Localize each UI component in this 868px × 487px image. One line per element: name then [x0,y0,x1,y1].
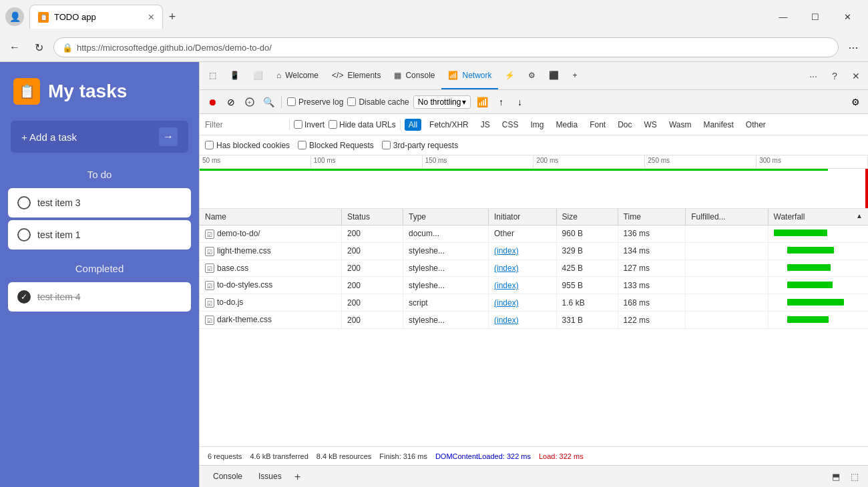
new-tab-button[interactable]: + [163,7,182,26]
initiator-link[interactable]: (index) [494,281,519,290]
table-row[interactable]: ☑demo-to-do/ 200 docum... Other 960 B 13… [200,225,868,243]
table-row[interactable]: ☑base.css 200 styleshe... (index) 425 B … [200,260,868,277]
cell-initiator[interactable]: (index) [489,260,557,277]
third-party-input[interactable] [382,141,391,149]
todo-item[interactable]: test item 3 [8,188,191,217]
address-input[interactable]: 🔒 https://microsoftedge.github.io/Demos/… [53,37,839,57]
devtools-tab-screencast[interactable]: ⬜ [246,62,270,89]
undock-icon[interactable]: ⬚ [847,469,863,485]
completed-todo-item[interactable]: ✓ test item 4 [8,282,191,312]
devtools-tab-settings-gear[interactable]: ⚙ [521,62,542,89]
browser-tab[interactable]: 📋 TODO app × [29,5,163,29]
devtools-tab-network[interactable]: 📶 Network [441,62,498,89]
tab-close-button[interactable]: × [148,11,154,23]
has-blocked-cookies-input[interactable] [205,141,214,149]
initiator-link[interactable]: (index) [494,298,519,308]
table-row[interactable]: ☑to-do-styles.css 200 styleshe... (index… [200,277,868,294]
bottom-tab-issues[interactable]: Issues [250,468,290,486]
preserve-log-input[interactable] [287,97,296,106]
col-header-size[interactable]: Size [556,209,618,225]
filter-type-css[interactable]: CSS [498,119,523,131]
has-blocked-cookies-checkbox[interactable]: Has blocked cookies [205,141,290,150]
devtools-tab-inspect[interactable]: ⬚ [202,62,223,89]
record-button[interactable]: ⏺ [205,95,220,109]
cell-initiator[interactable]: (index) [489,277,557,294]
invert-checkbox[interactable]: Invert [294,120,324,129]
devtools-tab-performance[interactable]: ⚡ [498,62,521,89]
initiator-link[interactable]: (index) [494,264,519,273]
filter-type-media[interactable]: Media [552,119,582,131]
filter-type-img[interactable]: Img [526,119,548,131]
search-button[interactable]: 🔍 [261,95,276,109]
preserve-log-checkbox[interactable]: Preserve log [287,97,343,107]
minimize-button[interactable]: — [768,6,799,27]
cell-initiator[interactable]: (index) [489,294,557,312]
col-header-waterfall[interactable]: Waterfall ▲ [768,209,868,225]
col-header-initiator[interactable]: Initiator [489,209,557,225]
close-button[interactable]: ✕ [832,6,863,27]
wifi-icon[interactable]: 📶 [475,95,489,109]
add-task-button[interactable]: + Add a task → [11,121,188,153]
filter-type-other[interactable]: Other [742,119,770,131]
filter-type-wasm[interactable]: Wasm [665,119,696,131]
upload-icon[interactable]: ↑ [493,95,508,109]
table-row[interactable]: ☑light-theme.css 200 styleshe... (index)… [200,242,868,260]
blocked-requests-input[interactable] [298,141,306,149]
devtools-tab-add[interactable]: + [566,62,584,89]
filter-type-font[interactable]: Font [586,119,610,131]
filter-type-manifest[interactable]: Manifest [699,119,737,131]
todo-checkbox-1[interactable] [17,196,31,209]
table-row[interactable]: ☑to-do.js 200 script (index) 1.6 kB 168 … [200,294,868,312]
cell-waterfall [768,294,868,312]
col-header-name[interactable]: Name [200,209,341,225]
profile-icon[interactable]: 👤 [5,7,24,26]
devtools-tab-device[interactable]: 📱 [223,62,246,89]
hide-data-urls-checkbox[interactable]: Hide data URLs [329,120,396,129]
cell-initiator[interactable]: (index) [489,242,557,260]
todo-checkbox-2[interactable] [17,228,31,241]
waterfall-bar [787,264,831,271]
blocked-requests-checkbox[interactable]: Blocked Requests [298,141,374,150]
disable-cache-input[interactable] [347,97,356,106]
col-header-time[interactable]: Time [618,209,686,225]
devtools-more-button[interactable]: ··· [804,67,823,85]
invert-input[interactable] [294,120,302,129]
disable-cache-checkbox[interactable]: Disable cache [347,97,409,107]
bottom-tab-console[interactable]: Console [205,468,250,486]
filter-input[interactable] [205,120,285,129]
throttle-select[interactable]: No throttling ▾ [413,95,471,109]
devtools-tab-layers[interactable]: ⬛ [542,62,566,89]
filter-type-fetchxhr[interactable]: Fetch/XHR [425,119,473,131]
network-settings-button[interactable]: ⚙ [848,95,863,109]
table-row[interactable]: ☑dark-theme.css 200 styleshe... (index) … [200,312,868,329]
devtools-tab-elements[interactable]: </> Elements [325,62,387,89]
filter-requests-button[interactable]: + [242,95,257,109]
col-header-type[interactable]: Type [403,209,488,225]
download-icon[interactable]: ↓ [512,95,527,109]
browser-more-button[interactable]: ··· [844,38,863,57]
devtools-help-button[interactable]: ? [825,67,844,85]
maximize-button[interactable]: ☐ [800,6,831,27]
col-header-fulfilled[interactable]: Fulfilled... [686,209,768,225]
clear-button[interactable]: ⊘ [224,95,238,109]
initiator-link[interactable]: (index) [494,316,519,325]
filter-type-doc[interactable]: Doc [614,119,636,131]
address-text[interactable]: https://microsoftedge.github.io/Demos/de… [77,43,272,53]
bottom-tab-add-button[interactable]: + [290,469,306,485]
initiator-link[interactable]: (index) [494,246,519,256]
devtools-tab-welcome[interactable]: ⌂ Welcome [270,62,325,89]
cell-initiator[interactable]: (index) [489,312,557,329]
col-header-status[interactable]: Status [341,209,403,225]
dock-icon[interactable]: ⬒ [828,469,844,485]
filter-type-all[interactable]: All [405,119,421,131]
devtools-tab-console[interactable]: ▦ Console [387,62,441,89]
devtools-close-button[interactable]: ✕ [847,67,865,85]
todo-item[interactable]: test item 1 [8,220,191,250]
hide-data-urls-input[interactable] [329,120,337,129]
todo-checkbox-completed-1[interactable]: ✓ [17,290,31,304]
filter-type-js[interactable]: JS [477,119,494,131]
third-party-checkbox[interactable]: 3rd-party requests [382,141,458,150]
filter-type-ws[interactable]: WS [640,119,661,131]
back-button[interactable]: ← [5,38,24,57]
refresh-button[interactable]: ↻ [29,38,48,57]
